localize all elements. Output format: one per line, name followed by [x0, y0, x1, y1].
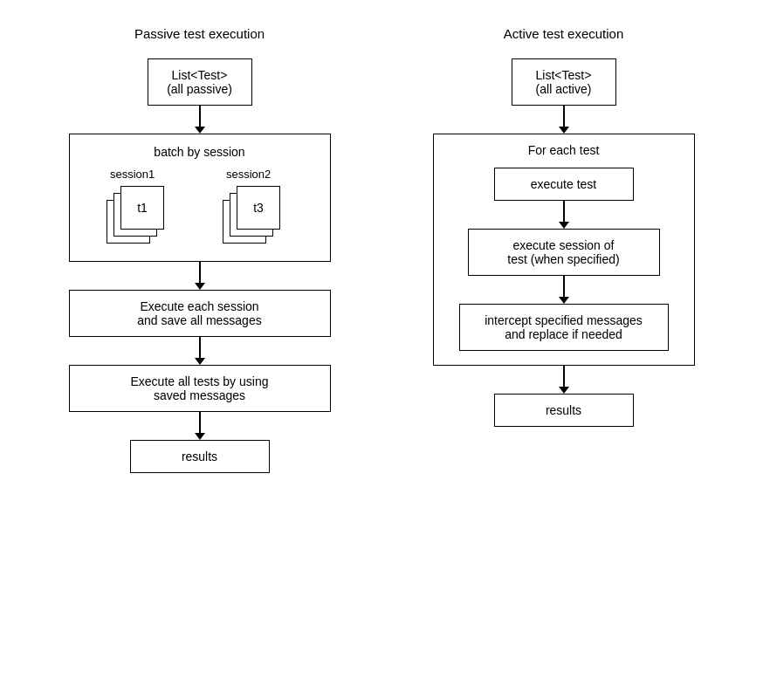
active-arrow-line-1 [563, 106, 565, 127]
arrow-head-2 [195, 283, 205, 290]
t1-label: t1 [137, 201, 148, 215]
arrow-4 [195, 412, 205, 440]
active-title: Active test execution [504, 26, 624, 41]
active-results-box: results [494, 394, 634, 427]
passive-list-text: List<Test>(all passive) [167, 68, 232, 96]
arrow-line-2 [199, 262, 201, 283]
execute-session-box: execute session oftest (when specified) [468, 229, 660, 276]
passive-results-box: results [130, 440, 270, 473]
execute-test-text: execute test [531, 177, 597, 191]
active-results-text: results [546, 403, 581, 417]
intercept-box: intercept specified messagesand replace … [459, 304, 669, 351]
active-arrow-line-3 [563, 276, 565, 297]
arrow-line-4 [199, 412, 201, 433]
arrow-head [195, 127, 205, 134]
active-column: Active test execution List<Test>(all act… [402, 26, 725, 473]
for-each-title: For each test [448, 143, 680, 157]
arrow-line-3 [199, 337, 201, 358]
session2-label: session2 [226, 168, 271, 181]
passive-column: Passive test execution List<Test>(all pa… [38, 26, 361, 473]
session1-group: session1 t1 [107, 168, 176, 247]
active-arrow-1 [559, 106, 569, 134]
session1-stacked: t1 [107, 186, 176, 247]
t3-label: t3 [253, 201, 264, 215]
active-arrow-head-2 [559, 222, 569, 229]
arrow-2 [195, 262, 205, 290]
execute-tests-box: Execute all tests by usingsaved messages [69, 365, 331, 412]
arrow-1 [195, 106, 205, 134]
session2-box3: t3 [237, 186, 280, 230]
session1-label: session1 [110, 168, 155, 181]
intercept-text: intercept specified messagesand replace … [485, 313, 643, 341]
execute-sessions-text: Execute each sessionand save all message… [137, 299, 261, 327]
active-arrow-head-4 [559, 387, 569, 394]
diagram-container: Passive test execution List<Test>(all pa… [0, 17, 763, 482]
session2-stacked: t3 [223, 186, 292, 247]
passive-title: Passive test execution [134, 26, 265, 41]
sessions-row: session1 t1 session2 [84, 168, 316, 247]
execute-test-box: execute test [494, 168, 634, 201]
active-arrow-2 [559, 201, 569, 229]
active-arrow-head-1 [559, 127, 569, 134]
arrow-head-3 [195, 358, 205, 365]
passive-results-text: results [182, 450, 217, 463]
inner-flow: execute test execute session oftest (whe… [448, 168, 680, 351]
arrow-head-4 [195, 433, 205, 440]
active-list-text: List<Test>(all active) [536, 68, 592, 96]
active-arrow-line-4 [563, 366, 565, 387]
active-arrow-3 [559, 276, 569, 304]
execute-session-text: execute session oftest (when specified) [507, 238, 619, 266]
active-list-box: List<Test>(all active) [512, 58, 616, 106]
arrow-line [199, 106, 201, 127]
arrow-3 [195, 337, 205, 365]
session2-group: session2 t3 [223, 168, 292, 247]
active-arrow-head-3 [559, 297, 569, 304]
batch-label: batch by session [84, 145, 316, 159]
for-each-box: For each test execute test execute sessi… [433, 134, 695, 366]
passive-list-box: List<Test>(all passive) [148, 58, 252, 106]
execute-tests-text: Execute all tests by usingsaved messages [131, 374, 269, 402]
session1-box3: t1 [120, 186, 164, 230]
execute-sessions-box: Execute each sessionand save all message… [69, 290, 331, 337]
active-arrow-line-2 [563, 201, 565, 222]
batch-box: batch by session session1 t1 session2 [69, 134, 331, 262]
active-arrow-4 [559, 366, 569, 394]
